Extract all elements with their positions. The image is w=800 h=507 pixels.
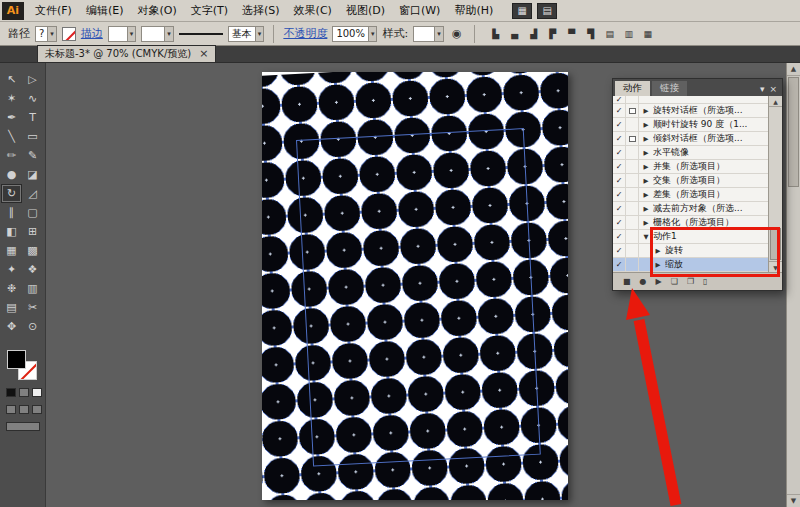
blend-tool[interactable]: ❖ (22, 260, 43, 279)
action-expand-icon[interactable]: ▶ (641, 205, 651, 213)
action-dialog-toggle[interactable] (626, 258, 639, 271)
artboard-tool[interactable]: ▤ (1, 298, 22, 317)
object-menu[interactable]: 对象(O) (130, 0, 183, 22)
vertical-align-top-icon[interactable]: ▛ (545, 26, 561, 42)
eraser-tool[interactable]: ◪ (22, 165, 43, 184)
action-dialog-toggle[interactable] (626, 174, 639, 187)
opacity-link[interactable]: 不透明度 (283, 26, 327, 41)
action-dialog-toggle[interactable] (626, 146, 639, 159)
action-toggle-check-icon[interactable]: ✓ (613, 258, 626, 271)
action-toggle-check-icon[interactable]: ✓ (613, 160, 626, 173)
panel-collapse-icon[interactable]: ▾ (760, 85, 765, 94)
stroke-link[interactable]: 描边 (81, 26, 103, 41)
recolor-artwork-icon[interactable]: ◉ (449, 26, 465, 42)
selection-tool[interactable]: ↖ (1, 70, 22, 89)
distribute-horizontal-icon[interactable]: ▥ (621, 26, 637, 42)
hand-tool[interactable]: ✥ (1, 317, 22, 336)
select-menu[interactable]: 选择(S) (235, 0, 287, 22)
action-toggle-check-icon[interactable]: ✓ (613, 244, 626, 257)
action-dialog-toggle[interactable] (626, 216, 639, 229)
action-row[interactable]: ✓▶顺时针旋转 90 度（1... (613, 118, 768, 132)
gradient-tool[interactable]: ▩ (22, 241, 43, 260)
action-toggle-check-icon[interactable]: ✓ (613, 96, 626, 103)
paintbrush-tool[interactable]: ✏ (1, 146, 22, 165)
draw-inside-button[interactable] (32, 405, 42, 414)
symbol-sprayer-tool[interactable]: ❉ (1, 279, 22, 298)
action-row[interactable]: ✓▶差集（所选项目） (613, 188, 768, 202)
direct-selection-tool[interactable]: ▷ (22, 70, 43, 89)
mesh-tool[interactable]: ▦ (1, 241, 22, 260)
scroll-down-icon[interactable]: ▼ (787, 494, 800, 507)
action-dialog-toggle[interactable] (626, 96, 639, 103)
scrollbar-thumb[interactable] (788, 77, 799, 187)
action-expand-icon[interactable]: ▶ (641, 121, 651, 129)
action-expand-icon[interactable]: ▶ (641, 219, 651, 227)
document-tab[interactable]: 未标题-3* @ 70% (CMYK/预览) × (37, 45, 216, 62)
edit-menu[interactable]: 编辑(E) (79, 0, 131, 22)
free-transform-tool[interactable]: ▢ (22, 203, 43, 222)
action-toggle-check-icon[interactable]: ✓ (613, 174, 626, 187)
action-dialog-toggle[interactable] (626, 118, 639, 131)
action-dialog-toggle[interactable] (626, 230, 639, 243)
horizontal-align-center-icon[interactable]: ▄ (507, 26, 523, 42)
distribute-spacing-icon[interactable]: ▦ (640, 26, 656, 42)
pencil-tool[interactable]: ✎ (22, 146, 43, 165)
panel-close-icon[interactable]: × (769, 85, 777, 94)
begin-recording-icon[interactable]: ● (640, 278, 647, 286)
action-row[interactable]: ✓▶减去前方对象（所选... (613, 202, 768, 216)
action-row[interactable]: ✓▶交集（所选项目） (613, 174, 768, 188)
workspace-switcher-icon[interactable]: ▤ (537, 3, 557, 19)
action-toggle-check-icon[interactable]: ✓ (613, 104, 626, 117)
stop-playing-icon[interactable]: ■ (623, 278, 631, 286)
horizontal-align-right-icon[interactable]: ▟ (526, 26, 542, 42)
brush-definition-dropdown[interactable]: ▾ (141, 26, 174, 42)
actions-panel-header[interactable]: 动作链接 ▾× (613, 79, 782, 96)
action-dialog-toggle[interactable] (626, 132, 639, 145)
width-tool[interactable]: ∥ (1, 203, 22, 222)
file-menu[interactable]: 文件(F) (28, 0, 79, 22)
action-row[interactable]: ✓▶水平镜像 (613, 146, 768, 160)
tab-close-icon[interactable]: × (199, 49, 208, 59)
artboard[interactable] (262, 72, 568, 500)
magic-wand-tool[interactable]: ✶ (1, 89, 22, 108)
zoom-tool[interactable]: ⊙ (22, 317, 43, 336)
help-menu[interactable]: 帮助(H) (447, 0, 500, 22)
play-selection-icon[interactable]: ▶ (656, 278, 662, 286)
fill-color-dropdown[interactable]: ? ▾ (35, 26, 57, 42)
action-toggle-check-icon[interactable]: ✓ (613, 146, 626, 159)
stroke-none-swatch[interactable] (62, 27, 76, 41)
action-row[interactable]: ✓▶倾斜对话框（所选项... (613, 132, 768, 146)
action-toggle-check-icon[interactable]: ✓ (613, 118, 626, 131)
action-expand-icon[interactable]: ▶ (641, 149, 651, 157)
new-set-icon[interactable]: ❏ (671, 278, 678, 286)
action-row[interactable]: ✓▶旋转对话框（所选项... (613, 104, 768, 118)
perspective-grid-tool[interactable]: ⊞ (22, 222, 43, 241)
slice-tool[interactable]: ✂ (22, 298, 43, 317)
action-toggle-check-icon[interactable]: ✓ (613, 202, 626, 215)
action-toggle-check-icon[interactable]: ✓ (613, 230, 626, 243)
action-dialog-toggle[interactable] (626, 188, 639, 201)
action-expand-icon[interactable]: ▶ (641, 177, 651, 185)
scale-tool[interactable]: ◿ (22, 184, 43, 203)
column-graph-tool[interactable]: ▥ (22, 279, 43, 298)
canvas-vertical-scrollbar[interactable]: ▲ ▼ (786, 63, 800, 507)
selection-bounding-box[interactable] (296, 128, 541, 466)
draw-behind-button[interactable] (19, 405, 29, 414)
shape-builder-tool[interactable]: ◧ (1, 222, 22, 241)
new-action-icon[interactable]: ❐ (687, 278, 694, 286)
opacity-dropdown[interactable]: 100% ▾ (332, 26, 377, 42)
stroke-weight-dropdown[interactable]: ▾ (108, 26, 137, 42)
view-menu[interactable]: 视图(D) (339, 0, 392, 22)
action-dialog-toggle[interactable] (626, 202, 639, 215)
window-menu[interactable]: 窗口(W) (392, 0, 447, 22)
width-profile-dropdown[interactable]: 基本 ▾ (228, 26, 265, 42)
action-expand-icon[interactable]: ▶ (641, 191, 651, 199)
lasso-tool[interactable]: ∿ (22, 89, 43, 108)
blob-brush-tool[interactable]: ● (1, 165, 22, 184)
action-dialog-toggle[interactable] (626, 244, 639, 257)
scroll-up-icon[interactable]: ▲ (787, 63, 800, 76)
effect-menu[interactable]: 效果(C) (287, 0, 339, 22)
type-tool[interactable]: T (22, 108, 43, 127)
arrange-documents-icon[interactable]: ▦ (512, 3, 532, 19)
action-toggle-check-icon[interactable]: ✓ (613, 188, 626, 201)
